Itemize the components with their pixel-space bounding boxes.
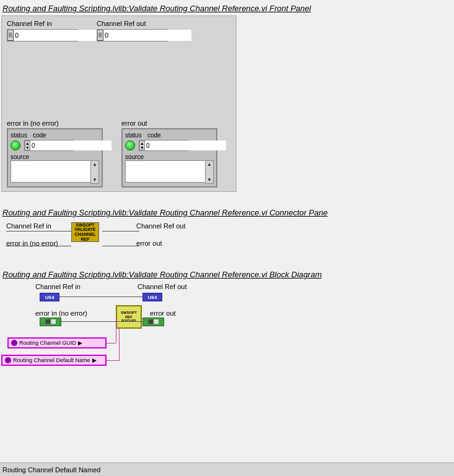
block-diagram-title: Routing and Faulting Scripting.lvlib:Val… [1,267,453,280]
channel-ref-out-label: Channel Ref out [97,20,168,27]
wire-error-in [61,321,116,322]
status-bar: Routing Channel Default Named [0,462,454,476]
source-textarea-in[interactable] [11,160,97,183]
bd-u64-terminal-right: U64 [142,293,162,301]
error-in-label: error in (no error) [7,119,103,127]
error-out-label: error out [121,119,217,127]
source-label-out: source [125,154,214,160]
wire-u64-right [135,296,142,297]
conn-channel-ref-out-label: Channel Ref out [136,222,186,230]
code-spinner-out[interactable]: ▲ ▼ [139,141,145,150]
status-label-out: status [125,132,144,139]
bd-error-in-terminal: ⬛⬜ [40,318,61,326]
led-green-in [11,141,20,150]
routing-channel-default-name-node: Routing Channel Default Name ▶ [1,355,107,366]
routing-channel-guid-text: Routing Channel GUID [19,340,76,346]
arrow-up-in[interactable]: ▲ [25,141,30,145]
connector-pane-title: Routing and Faulting Scripting.lvlib:Val… [1,206,453,219]
channel-ref-out-input[interactable] [103,30,191,41]
scroll-up-out[interactable]: ▲ [207,162,212,167]
bd-channel-ref-in-label: Channel Ref in [35,283,81,290]
arrow-up-out[interactable]: ▲ [140,141,144,145]
led-green-out [125,141,135,150]
arrow-down-out[interactable]: ▼ [140,145,144,150]
wire-u64-left [59,296,135,297]
conn-block-text: SWSOPTVALIDATECHANNELREF [74,223,95,242]
routing-channel-guid-node: Routing Channel GUID ▶ [7,337,107,348]
channel-ref-out-indicator: ≣ [97,30,103,41]
connector-pane-section: Channel Ref in Channel Ref out SWSOPTVAL… [1,219,453,255]
conn-channel-ref-in-label: Channel Ref in [6,222,51,230]
scrollbar-in[interactable]: ▲ ▼ [90,160,99,184]
status-bar-text: Routing Channel Default Named [2,466,100,474]
block-diagram-section: Channel Ref in Channel Ref out U64 U64 e… [1,280,453,397]
arrow-down-in[interactable]: ▼ [25,145,30,150]
wire-default-name-v [119,329,120,361]
bd-subvi-block: SWSOPTREFBYGUID [116,305,142,329]
source-label-in: source [11,154,99,160]
bd-u64-terminal-left: U64 [40,293,59,301]
error-in-cluster: status code ▲ ▼ [7,128,103,188]
bd-error-out-label: error out [150,309,176,317]
channel-ref-in-input[interactable] [14,30,102,41]
wire-guid [107,343,116,344]
conn-swsopt-block: SWSOPTVALIDATECHANNELREF [71,222,99,242]
conn-line-right-top [102,231,139,232]
scrollbar-out[interactable]: ▲ ▼ [205,160,214,184]
code-spinner-in[interactable]: ▲ ▼ [25,141,30,150]
bd-error-in-label: error in (no error) [35,309,87,317]
channel-ref-in-label: Channel Ref in [7,20,78,27]
scroll-down-out[interactable]: ▼ [207,177,212,183]
front-panel-title: Routing and Faulting Scripting.lvlib:Val… [1,1,453,14]
routing-channel-default-name-icon [5,357,11,363]
conn-line-left-bottom [6,246,71,246]
wire-error-out [116,321,142,322]
code-label-in: code [33,132,51,139]
routing-channel-guid-icon [11,340,17,346]
error-code-out[interactable]: ▲ ▼ [139,140,188,151]
error-out-cluster: status code ▲ ▼ [121,128,217,188]
conn-line-left-top [6,231,71,232]
code-label-out: code [147,132,166,139]
status-label-in: status [11,132,29,139]
bd-error-out-terminal: ⬛⬜ [142,318,164,326]
scroll-down-in[interactable]: ▼ [92,177,97,183]
wire-default-name [107,360,119,361]
error-code-in[interactable]: ▲ ▼ [24,140,74,151]
code-input-out[interactable] [145,141,226,150]
code-input-in[interactable] [30,141,111,150]
routing-channel-default-name-text: Routing Channel Default Name [13,357,90,363]
conn-error-out-label: error out [136,240,162,247]
front-panel-panel: Channel Ref in ≣ Channel Ref out ≣ [1,15,237,192]
source-textarea-out[interactable] [125,160,212,183]
wire-guid-v [116,317,116,343]
conn-line-right-bottom [102,246,139,246]
bd-channel-ref-out-label: Channel Ref out [138,283,187,290]
scroll-up-in[interactable]: ▲ [92,162,97,167]
channel-ref-in-indicator: ≣ [7,30,14,41]
